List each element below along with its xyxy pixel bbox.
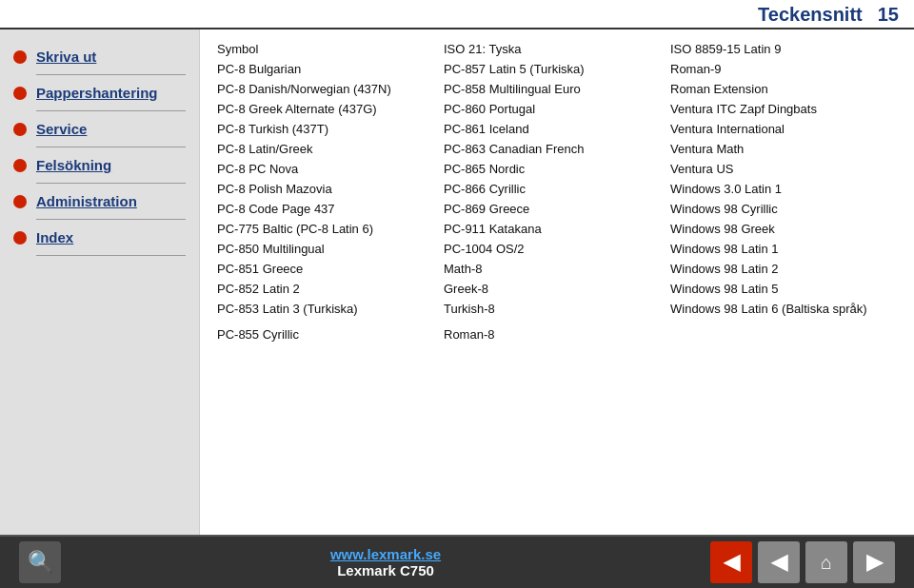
- table-cell: Roman-8: [444, 324, 670, 344]
- table-cell: Windows 98 Greek: [670, 219, 897, 239]
- table-cell: Turkish-8: [444, 299, 670, 319]
- table-cell: Windows 98 Latin 1: [670, 239, 897, 259]
- table-cell: Ventura US: [670, 159, 897, 179]
- footer-nav: ◀ ◀ ⌂ ▶: [710, 541, 895, 583]
- sidebar-item-label: Index: [36, 229, 73, 245]
- table-cell: PC-8 PC Nova: [217, 159, 444, 179]
- table-cell: PC-851 Greece: [217, 259, 444, 279]
- table-cell: PC-858 Multilingual Euro: [444, 79, 670, 99]
- table-row: PC-8 Code Page 437PC-869 GreeceWindows 9…: [217, 199, 897, 219]
- table-cell: PC-853 Latin 3 (Turkiska): [217, 299, 444, 319]
- table-cell: PC-869 Greece: [444, 199, 670, 219]
- sidebar-item-label: Administration: [36, 193, 137, 209]
- dot-icon: [13, 159, 27, 172]
- table-cell: [670, 324, 897, 344]
- sidebar-item-service[interactable]: Service: [0, 111, 199, 147]
- table-cell: Math-8: [444, 259, 670, 279]
- dot-icon: [13, 123, 27, 136]
- table-row: PC-851 GreeceMath-8Windows 98 Latin 2: [217, 259, 897, 279]
- table-row: PC-8 Greek Alternate (437G)PC-860 Portug…: [217, 99, 897, 119]
- dot-icon: [13, 50, 27, 64]
- nav-next-button[interactable]: ▶: [853, 541, 895, 583]
- search-icon: 🔍: [28, 550, 53, 575]
- table-cell: PC-857 Latin 5 (Turkiska): [444, 59, 670, 79]
- sidebar-item-skriva-ut[interactable]: Skriva ut: [0, 39, 199, 74]
- footer-model: Lexmark C750: [337, 562, 434, 578]
- table-cell: Ventura ITC Zapf Dingbats: [670, 99, 897, 119]
- table-row: PC-855 CyrillicRoman-8: [217, 324, 897, 344]
- sidebar-item-index[interactable]: Index: [0, 220, 199, 255]
- table-row: PC-8 Latin/GreekPC-863 Canadian FrenchVe…: [217, 139, 897, 159]
- footer: 🔍 www.lexmark.se Lexmark C750 ◀ ◀ ⌂ ▶: [0, 535, 914, 588]
- nav-prev-button[interactable]: ◀: [758, 541, 800, 583]
- table-row: PC-8 Polish MazoviaPC-866 CyrillicWindow…: [217, 179, 897, 199]
- table-cell: PC-863 Canadian French: [444, 139, 670, 159]
- sidebar-item-label: Service: [36, 121, 87, 137]
- table-cell: Ventura Math: [670, 139, 897, 159]
- table-row: SymbolISO 21: TyskaISO 8859-15 Latin 9: [217, 39, 897, 59]
- table-row: PC-850 MultilingualPC-1004 OS/2Windows 9…: [217, 239, 897, 259]
- character-table: SymbolISO 21: TyskaISO 8859-15 Latin 9PC…: [217, 39, 897, 344]
- header: Teckensnitt 15: [0, 0, 914, 29]
- search-button[interactable]: 🔍: [19, 541, 61, 583]
- table-cell: PC-8 Turkish (437T): [217, 119, 444, 139]
- sidebar-item-pappershantering[interactable]: Pappershantering: [0, 75, 199, 110]
- table-row: PC-775 Baltic (PC-8 Latin 6)PC-911 Katak…: [217, 219, 897, 239]
- table-cell: Windows 98 Latin 5: [670, 279, 897, 299]
- home-icon: ⌂: [821, 552, 832, 574]
- table-row: PC-8 Danish/Norwegian (437N)PC-858 Multi…: [217, 79, 897, 99]
- sidebar-item-administration[interactable]: Administration: [0, 184, 199, 219]
- table-cell: Windows 98 Latin 2: [670, 259, 897, 279]
- table-cell: ISO 8859-15 Latin 9: [670, 39, 897, 59]
- table-cell: Windows 3.0 Latin 1: [670, 179, 897, 199]
- sidebar: Skriva ut Pappershantering Service Felsö…: [0, 29, 200, 535]
- table-row: PC-852 Latin 2Greek-8Windows 98 Latin 5: [217, 279, 897, 299]
- table-cell: PC-8 Code Page 437: [217, 199, 444, 219]
- table-cell: ISO 21: Tyska: [444, 39, 670, 59]
- table-cell: PC-861 Iceland: [444, 119, 670, 139]
- table-cell: PC-775 Baltic (PC-8 Latin 6): [217, 219, 444, 239]
- table-row: PC-8 BulgarianPC-857 Latin 5 (Turkiska)R…: [217, 59, 897, 79]
- table-row: PC-8 Turkish (437T)PC-861 IcelandVentura…: [217, 119, 897, 139]
- table-cell: PC-911 Katakana: [444, 219, 670, 239]
- sidebar-item-label: Skriva ut: [36, 49, 96, 65]
- header-title: Teckensnitt: [758, 4, 863, 26]
- table-cell: PC-860 Portugal: [444, 99, 670, 119]
- table-cell: Roman-9: [670, 59, 897, 79]
- table-cell: Greek-8: [444, 279, 670, 299]
- dot-icon: [13, 231, 27, 245]
- header-page: 15: [878, 4, 899, 26]
- table-cell: Ventura International: [670, 119, 897, 139]
- table-cell: PC-1004 OS/2: [444, 239, 670, 259]
- footer-left: 🔍: [19, 541, 61, 583]
- table-cell: PC-8 Greek Alternate (437G): [217, 99, 444, 119]
- next-arrow-icon: ▶: [866, 550, 883, 575]
- table-cell: PC-8 Latin/Greek: [217, 139, 444, 159]
- sidebar-divider: [36, 255, 186, 256]
- table-cell: PC-850 Multilingual: [217, 239, 444, 259]
- table-cell: Symbol: [217, 39, 444, 59]
- table-cell: PC-865 Nordic: [444, 159, 670, 179]
- sidebar-item-label: Pappershantering: [36, 85, 158, 101]
- sidebar-item-label: Felsökning: [36, 157, 111, 173]
- sidebar-item-felsokning[interactable]: Felsökning: [0, 147, 199, 183]
- table-cell: Windows 98 Cyrillic: [670, 199, 897, 219]
- nav-home-button[interactable]: ⌂: [805, 541, 847, 583]
- table-cell: Roman Extension: [670, 79, 897, 99]
- table-cell: PC-852 Latin 2: [217, 279, 444, 299]
- table-cell: PC-866 Cyrillic: [444, 179, 670, 199]
- table-cell: PC-8 Polish Mazovia: [217, 179, 444, 199]
- dot-icon: [13, 87, 27, 100]
- dot-icon: [13, 195, 27, 208]
- footer-url[interactable]: www.lexmark.se: [330, 546, 441, 562]
- prev-arrow-icon: ◀: [771, 550, 787, 575]
- footer-center: www.lexmark.se Lexmark C750: [61, 546, 710, 578]
- table-cell: PC-855 Cyrillic: [217, 324, 444, 344]
- table-cell: PC-8 Danish/Norwegian (437N): [217, 79, 444, 99]
- table-row: PC-8 PC NovaPC-865 NordicVentura US: [217, 159, 897, 179]
- nav-back-button[interactable]: ◀: [710, 541, 752, 583]
- table-row: PC-853 Latin 3 (Turkiska)Turkish-8Window…: [217, 299, 897, 319]
- table-cell: PC-8 Bulgarian: [217, 59, 444, 79]
- main-layout: Skriva ut Pappershantering Service Felsö…: [0, 29, 914, 535]
- table-cell: Windows 98 Latin 6 (Baltiska språk): [670, 299, 897, 319]
